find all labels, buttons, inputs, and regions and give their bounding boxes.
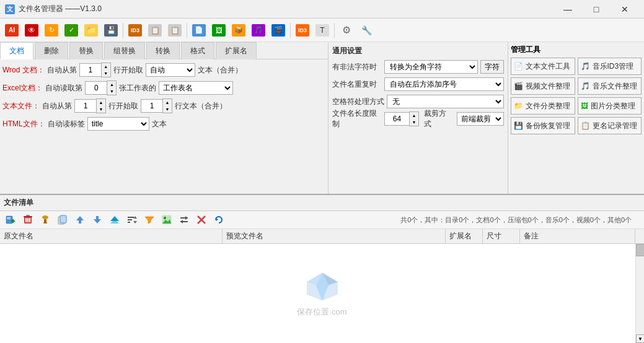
minimize-button[interactable]: — bbox=[554, 0, 582, 19]
excel-num-spinbtns[interactable]: ▲ ▼ bbox=[107, 80, 117, 95]
music-type-button[interactable]: 🎵 bbox=[249, 21, 268, 40]
swap-button[interactable] bbox=[176, 212, 192, 227]
music-id3-icon: 🎵 bbox=[581, 62, 590, 71]
svg-marker-26 bbox=[133, 221, 137, 224]
clip-method-select[interactable]: 前端裁剪 bbox=[457, 112, 504, 126]
word-num-input[interactable] bbox=[79, 63, 101, 77]
text-num2-input[interactable] bbox=[141, 99, 162, 113]
video-type-button[interactable]: 🎬 bbox=[269, 21, 288, 40]
tab-replace[interactable]: 替换 bbox=[69, 42, 103, 59]
add-file-button[interactable] bbox=[2, 212, 19, 227]
svg-marker-34 bbox=[216, 218, 218, 221]
tab-convert[interactable]: 转换 bbox=[146, 42, 180, 59]
move-down-button[interactable] bbox=[89, 212, 105, 227]
up2-button[interactable] bbox=[107, 212, 123, 227]
len-num-spinbtns[interactable]: ▲ ▼ bbox=[409, 111, 419, 126]
text-num-spinbtns[interactable]: ▲ ▼ bbox=[96, 98, 106, 113]
doc-type-icon: 📄 bbox=[192, 24, 206, 37]
loop-button[interactable] bbox=[211, 212, 227, 227]
move-up-icon bbox=[76, 215, 84, 225]
music-file-button[interactable]: 🎵 音乐文件整理 bbox=[578, 77, 642, 95]
tab-extension[interactable]: 扩展名 bbox=[216, 42, 257, 59]
text-button[interactable]: T bbox=[313, 21, 332, 40]
excel-num-down[interactable]: ▼ bbox=[107, 88, 116, 95]
backup-recover-button[interactable]: 💾 备份恢复管理 bbox=[511, 117, 575, 134]
doc-type-button[interactable]: 📄 bbox=[190, 21, 208, 40]
refresh-toolbar-button[interactable]: ↻ bbox=[42, 21, 61, 40]
file-list-section: 文件清单 bbox=[0, 194, 644, 343]
watermark-icon bbox=[303, 270, 340, 304]
text-num-spinner[interactable]: ▲ ▼ bbox=[74, 98, 106, 113]
copy-list-button[interactable] bbox=[55, 212, 71, 227]
len-num-input[interactable] bbox=[384, 112, 409, 126]
scrollbar-thumb[interactable] bbox=[636, 244, 644, 256]
img-type-button[interactable]: 🖼 bbox=[210, 21, 228, 40]
tab-group-replace[interactable]: 组替换 bbox=[104, 42, 145, 59]
dup-name-row: 文件名重复时 自动在后方添加序号 bbox=[332, 76, 504, 92]
file-classify-button[interactable]: 📁 文件分类整理 bbox=[511, 97, 575, 115]
scroll-down-btn[interactable]: ▼ bbox=[636, 334, 644, 343]
ai-button[interactable]: AI bbox=[2, 21, 21, 40]
char-button[interactable]: 字符 bbox=[480, 60, 504, 74]
delete-file-button[interactable] bbox=[20, 212, 36, 227]
up2-icon bbox=[110, 215, 120, 225]
len-num-up[interactable]: ▲ bbox=[410, 112, 418, 119]
text-file-tool-button[interactable]: 📄 文本文件工具 bbox=[511, 58, 575, 75]
move-up-button[interactable] bbox=[72, 212, 88, 227]
check-button[interactable]: ✓ bbox=[62, 21, 81, 40]
title-bar: 文 文件名管理器 ——V1.3.0 — □ ✕ bbox=[0, 0, 644, 19]
id3-button[interactable]: ID3 bbox=[126, 21, 144, 40]
html-select[interactable]: title bbox=[87, 117, 149, 131]
excel-num-spinner[interactable]: ▲ ▼ bbox=[85, 80, 117, 95]
video-file-button[interactable]: 🎬 视频文件整理 bbox=[511, 77, 575, 95]
x-button[interactable] bbox=[193, 212, 210, 227]
filter-button[interactable] bbox=[141, 212, 157, 227]
text-num2-spinbtns[interactable]: ▲ ▼ bbox=[162, 98, 172, 113]
file-table[interactable]: 原文件名 预览文件名 扩展名 尺寸 备注 bbox=[0, 229, 644, 343]
maximize-button[interactable]: □ bbox=[582, 0, 611, 19]
eye-button[interactable]: 👁 bbox=[22, 21, 41, 40]
tab-document[interactable]: 文档 bbox=[0, 42, 33, 59]
sort-button[interactable] bbox=[124, 212, 140, 227]
excel-num-input[interactable] bbox=[85, 81, 107, 95]
len-num-down[interactable]: ▼ bbox=[410, 119, 418, 126]
dup-name-select[interactable]: 自动在后方添加序号 bbox=[384, 77, 504, 91]
space-select[interactable]: 无 bbox=[387, 95, 504, 108]
word-num-spinbtns[interactable]: ▲ ▼ bbox=[101, 63, 111, 77]
text-num-down[interactable]: ▼ bbox=[97, 106, 105, 113]
svg-marker-18 bbox=[94, 219, 101, 224]
text-num2-up[interactable]: ▲ bbox=[163, 99, 172, 106]
tab-format[interactable]: 格式 bbox=[181, 42, 214, 59]
rename-log-icon: 📋 bbox=[581, 121, 590, 130]
excel-select[interactable]: 工作表名 bbox=[159, 81, 233, 95]
paste-button[interactable]: 📋 bbox=[165, 21, 184, 40]
close-button[interactable]: ✕ bbox=[611, 0, 639, 19]
gear-button[interactable]: ⚙ bbox=[337, 21, 356, 40]
copy-button[interactable]: 📋 bbox=[146, 21, 164, 40]
word-select[interactable]: 自动 bbox=[146, 63, 195, 77]
zip-type-button[interactable]: 📦 bbox=[229, 21, 248, 40]
word-num-down[interactable]: ▼ bbox=[102, 70, 110, 77]
illegal-char-select[interactable]: 转换为全角字符 bbox=[384, 60, 478, 74]
tab-delete[interactable]: 删除 bbox=[35, 42, 68, 59]
text-num2-spinner[interactable]: ▲ ▼ bbox=[141, 98, 172, 113]
excel-num-up[interactable]: ▲ bbox=[107, 81, 116, 88]
wrench-button[interactable]: 🔧 bbox=[357, 21, 376, 40]
table-scrollbar[interactable]: ▼ bbox=[635, 244, 644, 343]
save-button[interactable]: 💾 bbox=[102, 21, 120, 40]
folder-button[interactable]: 📁 bbox=[82, 21, 100, 40]
word-num-up[interactable]: ▲ bbox=[102, 63, 110, 70]
id3-2-button[interactable]: ID3 bbox=[293, 21, 312, 40]
rename-log-button[interactable]: 📋 更名记录管理 bbox=[578, 117, 642, 134]
left-panel: 文档 删除 替换 组替换 转换 格式 扩展名 Wrod 文档： 自动从第 ▲ bbox=[0, 42, 329, 194]
text-num-input[interactable] bbox=[74, 99, 96, 113]
text-num2-down[interactable]: ▼ bbox=[163, 106, 172, 113]
img-list-button[interactable] bbox=[159, 212, 175, 227]
img-classify-button[interactable]: 🖼 图片分类整理 bbox=[578, 97, 642, 115]
len-num-spinner[interactable]: ▲ ▼ bbox=[384, 111, 419, 126]
text-num-up[interactable]: ▲ bbox=[97, 99, 105, 106]
music-id3-button[interactable]: 🎵 音乐ID3管理 bbox=[578, 58, 642, 75]
word-num-spinner[interactable]: ▲ ▼ bbox=[79, 63, 111, 77]
id3-2-icon: ID3 bbox=[296, 24, 309, 37]
brush-button[interactable] bbox=[37, 212, 53, 227]
